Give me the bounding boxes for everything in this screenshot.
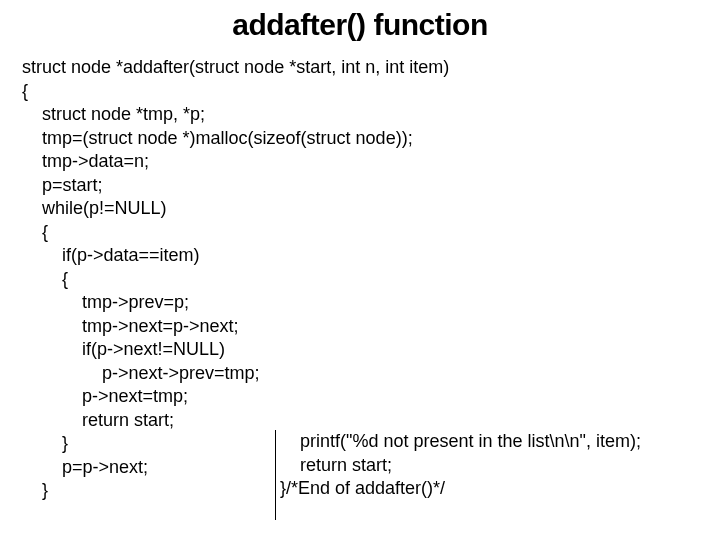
slide-title: addafter() function — [0, 0, 720, 46]
vertical-divider — [275, 430, 276, 520]
code-block-right: printf("%d not present in the list\n\n",… — [280, 430, 641, 501]
